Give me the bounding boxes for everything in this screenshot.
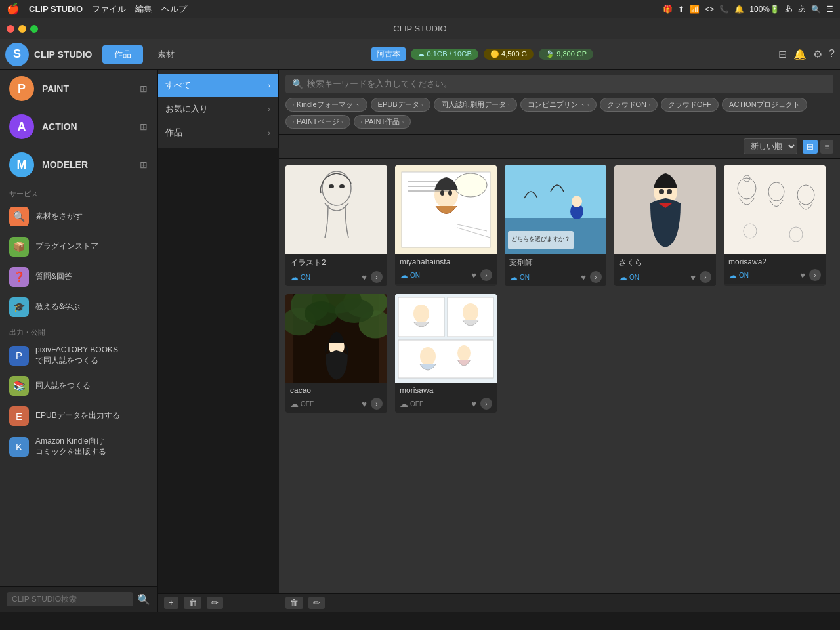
more-button-0[interactable]: › [371, 271, 383, 283]
more-button-1[interactable]: › [480, 269, 492, 281]
sub-item-works[interactable]: 作品 › [158, 121, 278, 144]
filter-paint-work[interactable]: ‹ PAINT作品 › [354, 115, 411, 129]
cloud-status-0[interactable]: ☁ ON [290, 272, 310, 282]
add-artwork-button[interactable]: + [164, 597, 178, 609]
sub-item-favorites[interactable]: お気に入り › [158, 97, 278, 121]
artwork-card-5[interactable]: cacao ☁ OFF ♥ › [285, 294, 387, 413]
help-icon[interactable]: ? [829, 48, 835, 60]
tab-artwork[interactable]: 作品 [102, 45, 143, 64]
sidebar-search-input[interactable] [7, 592, 133, 606]
output-label: 出力・公開 [0, 322, 157, 340]
settings-icon[interactable]: ⚙ [813, 48, 822, 60]
more-button-6[interactable]: › [480, 398, 492, 410]
bell-icon[interactable]: 🔔 [793, 48, 807, 60]
upload-icon[interactable]: ⬆ [678, 5, 684, 14]
app-menu-name[interactable]: CLIP STUDIO [29, 4, 83, 14]
minimize-button[interactable] [18, 25, 26, 33]
sidebar-item-qa[interactable]: ❓ 質問&回答 [0, 262, 157, 292]
header-center: 阿古本 ☁ 0.1GB / 10GB 🟡 4,500 G 🍃 9,300 CP [192, 47, 773, 61]
filter-paint-page[interactable]: ‹ PAINTページ › [285, 115, 350, 129]
sidebar-item-epub[interactable]: E EPUBデータを出力する [0, 401, 157, 431]
artwork-card-1[interactable]: miyahahainsta ☁ ON ♥ › [395, 165, 497, 286]
artwork-name-3: さくら [619, 257, 711, 268]
search-icon[interactable]: 🔍 [811, 5, 821, 14]
dropbox-icon[interactable]: 🎁 [663, 5, 673, 14]
heart-button-0[interactable]: ♥ [362, 272, 367, 282]
sidebar-item-modeler[interactable]: M MODELER ⊞ [0, 146, 157, 184]
artwork-name-2: 薬剤師 [509, 257, 602, 268]
edit-button[interactable]: ✏ [308, 597, 325, 609]
cloud-status-2[interactable]: ☁ ON [509, 272, 530, 282]
heart-button-3[interactable]: ♥ [690, 272, 696, 282]
view-toggle: ⊞ ≡ [803, 140, 833, 154]
artwork-card-6[interactable]: morisawa ☁ OFF ♥ › [395, 294, 497, 413]
sidebar-item-doujin[interactable]: 📚 同人誌をつくる [0, 371, 157, 401]
apple-menu[interactable]: 🍎 [7, 3, 20, 15]
artwork-card-0[interactable]: イラスト2 ☁ ON ♥ › [285, 165, 387, 286]
artwork-card-2[interactable]: どちらを選びますか？ 薬剤師 ☁ ON ♥ › [505, 165, 606, 286]
svg-rect-26 [724, 165, 826, 254]
artwork-card-4[interactable]: morisawa2 ☁ ON ♥ › [724, 165, 826, 286]
search-placeholder-text[interactable]: 検索キーワードを入力してください。 [307, 78, 452, 90]
menu-icon[interactable]: ☰ [826, 5, 833, 14]
heart-button-5[interactable]: ♥ [362, 399, 367, 409]
sidebar-item-learn[interactable]: 🎓 教える&学ぶ [0, 292, 157, 322]
sidebar-item-pixiv[interactable]: P pixivFACTORY BOOKSで同人誌をつくる [0, 340, 157, 371]
services-label: サービス [0, 184, 157, 201]
list-view-button[interactable]: ≡ [820, 140, 833, 154]
heart-button-2[interactable]: ♥ [581, 272, 586, 282]
tab-materials[interactable]: 素材 [146, 45, 186, 64]
filter-action[interactable]: ACTIONプロジェクト [722, 98, 807, 112]
sub-item-all[interactable]: すべて › [158, 74, 278, 97]
filter-doujin[interactable]: 同人誌印刷用データ › [434, 98, 517, 112]
svg-point-10 [454, 173, 487, 197]
artwork-card-3[interactable]: さくら ☁ ON ♥ › [614, 165, 716, 286]
svg-point-49 [457, 345, 471, 361]
more-button-3[interactable]: › [700, 271, 711, 283]
help-menu[interactable]: ヘルプ [161, 3, 187, 15]
edit-artwork-button[interactable]: ✏ [207, 597, 223, 609]
artwork-actions-1: ☁ ON ♥ › [400, 269, 492, 281]
cloud-status-6[interactable]: ☁ OFF [400, 399, 423, 409]
maximize-button[interactable] [30, 25, 38, 33]
artwork-thumb-0 [285, 165, 387, 254]
filter-kindle[interactable]: ‹ Kindleフォーマット [285, 98, 368, 112]
cloud-status-1[interactable]: ☁ ON [400, 270, 420, 280]
sort-select[interactable]: 新しい順 [744, 138, 797, 154]
heart-button-1[interactable]: ♥ [471, 270, 476, 280]
sidebar-item-search[interactable]: 🔍 素材をさがす [0, 201, 157, 232]
content-toolbar: 🔍 検索キーワードを入力してください。 ‹ Kindleフォーマット EPUBデ… [279, 70, 840, 135]
sidebar-item-action[interactable]: A ACTION ⊞ [0, 108, 157, 146]
lang-icon[interactable]: あ [785, 3, 793, 14]
heart-button-6[interactable]: ♥ [471, 399, 476, 409]
filter-epub[interactable]: EPUBデータ › [371, 98, 430, 112]
more-button-4[interactable]: › [809, 269, 821, 281]
sub-item-works-label: 作品 [165, 127, 182, 138]
delete-artwork-button[interactable]: 🗑 [184, 597, 201, 609]
sidebar-item-plugin[interactable]: 📦 プラグインストア [0, 232, 157, 262]
close-button[interactable] [7, 25, 14, 33]
artwork-info-4: morisawa2 ☁ ON ♥ › [724, 254, 826, 284]
cloud-status-4[interactable]: ☁ ON [728, 270, 749, 280]
cloud-status-5[interactable]: ☁ OFF [290, 399, 314, 409]
grid-view-button[interactable]: ⊞ [803, 140, 818, 154]
filter-cloud-on[interactable]: クラウドON › [600, 98, 658, 112]
svg-point-39 [304, 301, 338, 326]
file-menu[interactable]: ファイル [92, 3, 126, 15]
more-button-5[interactable]: › [371, 398, 383, 410]
artwork-actions-4: ☁ ON ♥ › [728, 269, 821, 281]
notification-icon[interactable]: 🔔 [734, 5, 744, 14]
cloud-status-3[interactable]: ☁ ON [619, 272, 639, 282]
plugin-label: プラグインストア [35, 242, 98, 252]
sidebar-search-icon[interactable]: 🔍 [137, 593, 150, 606]
more-button-2[interactable]: › [590, 271, 602, 283]
svg-point-40 [335, 299, 373, 323]
filter-cloud-off[interactable]: クラウドOFF [661, 98, 719, 112]
edit-menu[interactable]: 編集 [135, 3, 152, 15]
delete-button[interactable]: 🗑 [285, 597, 303, 609]
heart-button-4[interactable]: ♥ [800, 270, 805, 280]
sidebar-item-paint[interactable]: P PAINT ⊞ [0, 70, 157, 108]
sidebar-item-kindle[interactable]: K Amazon Kindle向けコミックを出版する [0, 431, 157, 462]
sort-icon[interactable]: ⊟ [778, 48, 787, 60]
filter-conbini[interactable]: コンビニプリント › [520, 98, 597, 112]
